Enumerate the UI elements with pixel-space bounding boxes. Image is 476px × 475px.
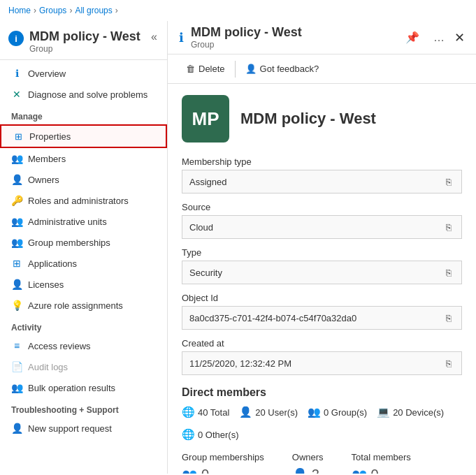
stat-value-row-0: 👥 0 bbox=[182, 467, 264, 474]
properties-icon: ⊞ bbox=[13, 131, 24, 142]
owners-icon: 👤 bbox=[11, 174, 22, 185]
sidebar-header: i MDM policy - West Group « bbox=[0, 21, 167, 60]
stat-item-1: Owners 👤 2 bbox=[292, 452, 324, 474]
sidebar-item-diagnose[interactable]: ✕ Diagnose and solve problems bbox=[0, 84, 167, 105]
group-memberships-icon: 👥 bbox=[11, 237, 22, 248]
sidebar-item-support[interactable]: 👤 New support request bbox=[0, 418, 167, 439]
sidebar-label-access-reviews: Access reviews bbox=[28, 341, 91, 351]
dm-label-3: 20 Device(s) bbox=[393, 407, 444, 418]
sidebar-item-owners[interactable]: 👤 Owners bbox=[0, 169, 167, 190]
profile-avatar: MP bbox=[182, 95, 229, 142]
content-toolbar: 🗑 Delete 👤 Got feedback? bbox=[168, 54, 476, 84]
diagnose-icon: ✕ bbox=[11, 89, 22, 100]
sidebar-subtitle: Group bbox=[29, 44, 150, 54]
field-value-row-membership-type: Assigned ⎘ bbox=[182, 170, 462, 193]
sidebar-nav: ℹ Overview ✕ Diagnose and solve problems… bbox=[0, 60, 167, 441]
breadcrumb-home[interactable]: Home bbox=[8, 6, 31, 15]
sidebar-label-audit-logs: Audit logs bbox=[28, 362, 68, 372]
sidebar-label-members: Members bbox=[28, 154, 66, 164]
stat-value-1: 2 bbox=[312, 467, 319, 474]
close-button[interactable]: ✕ bbox=[454, 30, 465, 45]
direct-members-row: 🌐 40 Total 👤 20 User(s) 👥 0 Group(s) 💻 2… bbox=[182, 406, 462, 441]
dm-label-0: 40 Total bbox=[198, 407, 229, 418]
sidebar-item-members[interactable]: 👥 Members bbox=[0, 148, 167, 169]
window-actions: 📌 … ✕ bbox=[401, 29, 465, 45]
sidebar-label-applications: Applications bbox=[28, 258, 77, 269]
sidebar-label-owners: Owners bbox=[28, 175, 59, 185]
sidebar-label-licenses: Licenses bbox=[28, 279, 64, 290]
field-copy-object-id[interactable]: ⎘ bbox=[443, 312, 454, 325]
field-value-row-created-at: 11/25/2020, 12:32:42 PM ⎘ bbox=[182, 351, 462, 375]
azure-roles-icon: 💡 bbox=[11, 300, 22, 311]
content-area: ℹ MDM policy - West Group 📌 … ✕ 🗑 Delete… bbox=[168, 21, 476, 474]
field-label-type: Type bbox=[182, 247, 462, 258]
sidebar-item-group-memberships[interactable]: 👥 Group memberships bbox=[0, 232, 167, 253]
field-group-membership-type: Membership type Assigned ⎘ bbox=[182, 156, 462, 193]
sidebar-section-troubleshoot: Troubleshooting + Support bbox=[0, 398, 167, 418]
dm-icon-3: 💻 bbox=[377, 406, 390, 418]
breadcrumb-groups[interactable]: Groups bbox=[39, 6, 66, 15]
members-icon: 👥 bbox=[11, 153, 22, 164]
field-value-row-type: Security ⎘ bbox=[182, 261, 462, 284]
stat-icon-2: 👥 bbox=[352, 467, 367, 474]
applications-icon: ⊞ bbox=[11, 258, 22, 269]
field-copy-source[interactable]: ⎘ bbox=[443, 221, 454, 234]
feedback-button[interactable]: 👤 Got feedback? bbox=[238, 60, 326, 78]
sidebar-item-properties[interactable]: ⊞ Properties bbox=[0, 124, 167, 148]
field-copy-membership-type[interactable]: ⎘ bbox=[443, 175, 454, 189]
field-value-type: Security bbox=[189, 268, 443, 278]
field-label-membership-type: Membership type bbox=[182, 156, 462, 167]
sidebar-item-bulk-ops[interactable]: 👥 Bulk operation results bbox=[0, 377, 167, 398]
sidebar-label-support: New support request bbox=[28, 423, 112, 434]
window-title: MDM policy - West bbox=[191, 25, 302, 40]
field-value-row-object-id: 8a0cd375-c701-42f4-b074-c54f70a32da0 ⎘ bbox=[182, 306, 462, 330]
sidebar-label-admin-units: Administrative units bbox=[28, 217, 107, 227]
access-reviews-icon: ≡ bbox=[11, 340, 22, 351]
stat-value-row-2: 👥 0 bbox=[352, 467, 411, 474]
sidebar-item-audit-logs[interactable]: 📄 Audit logs bbox=[0, 356, 167, 377]
stat-icon-1: 👤 bbox=[292, 467, 308, 474]
stat-icon-0: 👥 bbox=[182, 467, 197, 474]
sidebar-item-admin-units[interactable]: 👥 Administrative units bbox=[0, 211, 167, 232]
window-title-group: ℹ MDM policy - West Group bbox=[179, 25, 302, 50]
field-copy-type[interactable]: ⎘ bbox=[443, 266, 454, 279]
sidebar-item-azure-roles[interactable]: 💡 Azure role assignments bbox=[0, 295, 167, 316]
field-copy-created-at[interactable]: ⎘ bbox=[443, 357, 454, 370]
sidebar-label-diagnose: Diagnose and solve problems bbox=[28, 89, 147, 100]
sidebar-collapse-button[interactable]: « bbox=[150, 29, 159, 45]
stat-value-0: 0 bbox=[201, 467, 209, 474]
support-icon: 👤 bbox=[11, 423, 22, 434]
sidebar-item-roles[interactable]: 🔑 Roles and administrators bbox=[0, 190, 167, 211]
stat-item-0: Group memberships 👥 0 bbox=[182, 452, 264, 474]
profile-header: MP MDM policy - West bbox=[182, 95, 462, 142]
window-topbar: ℹ MDM policy - West Group 📌 … ✕ bbox=[168, 21, 476, 54]
sidebar-item-applications[interactable]: ⊞ Applications bbox=[0, 253, 167, 274]
field-group-type: Type Security ⎘ bbox=[182, 247, 462, 284]
stat-label-2: Total members bbox=[352, 452, 411, 462]
direct-members-title: Direct members bbox=[182, 386, 462, 399]
sidebar-item-overview[interactable]: ℹ Overview bbox=[0, 63, 167, 84]
direct-member-item-2: 👥 0 Group(s) bbox=[308, 406, 367, 418]
feedback-icon: 👤 bbox=[245, 64, 257, 74]
dm-icon-1: 👤 bbox=[239, 406, 252, 418]
fields-container: Membership type Assigned ⎘ Source Cloud … bbox=[182, 156, 462, 375]
breadcrumb-all-groups[interactable]: All groups bbox=[75, 6, 112, 15]
field-label-object-id: Object Id bbox=[182, 293, 462, 303]
field-label-source: Source bbox=[182, 202, 462, 212]
content-body: MP MDM policy - West Membership type Ass… bbox=[168, 84, 476, 474]
more-options-button[interactable]: … bbox=[429, 30, 449, 45]
pin-button[interactable]: 📌 bbox=[401, 29, 424, 45]
stat-item-2: Total members 👥 0 bbox=[352, 452, 411, 474]
direct-member-item-4: 🌐 0 Other(s) bbox=[182, 428, 239, 441]
sidebar-item-licenses[interactable]: 👤 Licenses bbox=[0, 274, 167, 295]
field-group-source: Source Cloud ⎘ bbox=[182, 202, 462, 239]
field-group-created-at: Created at 11/25/2020, 12:32:42 PM ⎘ bbox=[182, 338, 462, 375]
sidebar-label-group-memberships: Group memberships bbox=[28, 238, 110, 248]
bulk-ops-icon: 👥 bbox=[11, 382, 22, 393]
overview-icon: ℹ bbox=[11, 68, 22, 79]
delete-button[interactable]: 🗑 Delete bbox=[179, 60, 232, 78]
field-group-object-id: Object Id 8a0cd375-c701-42f4-b074-c54f70… bbox=[182, 293, 462, 330]
field-value-source: Cloud bbox=[189, 222, 443, 233]
sidebar-item-access-reviews[interactable]: ≡ Access reviews bbox=[0, 335, 167, 356]
dm-icon-2: 👥 bbox=[308, 406, 321, 418]
